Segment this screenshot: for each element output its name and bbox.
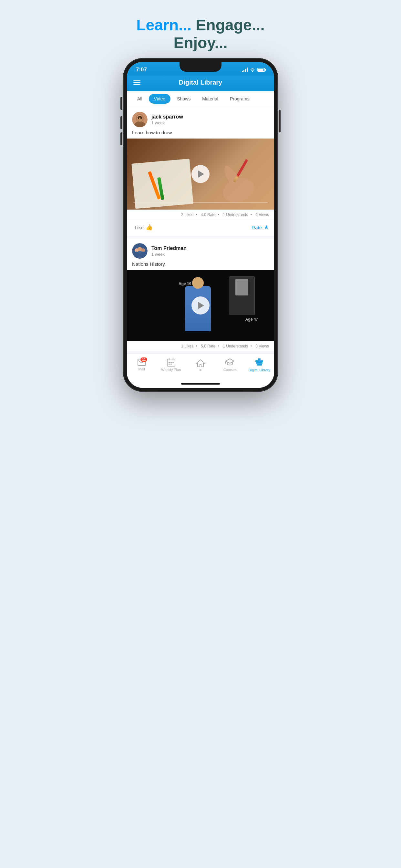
- status-icons: [242, 67, 265, 72]
- home-icon: [196, 359, 205, 368]
- avatar-jack: [132, 112, 148, 127]
- svg-rect-23: [173, 362, 174, 363]
- video-thumbnail-1[interactable]: [127, 138, 274, 210]
- svg-point-14: [133, 252, 140, 258]
- tab-video[interactable]: Video: [149, 94, 171, 104]
- phone-notch: [180, 62, 221, 72]
- calendar-icon: [167, 358, 175, 367]
- svg-rect-29: [258, 359, 260, 360]
- video-bg-nations: Age 19 Age 47: [127, 270, 274, 341]
- post-header-1: jack sparrow 1 week: [127, 107, 274, 130]
- stats-row-1: 2 Likes • 4.0 Rate • 1 Understands • 0 V…: [127, 210, 274, 220]
- tab-programs[interactable]: Programs: [225, 94, 255, 104]
- avatar-tom: [132, 243, 148, 259]
- stats-row-2: 1 Likes • 5.0 Rate • 1 Understands • 0 V…: [127, 341, 274, 351]
- page-wrapper: Learn... Engage... Enjoy... 7:07: [100, 6, 301, 392]
- battery-icon: [257, 68, 265, 72]
- thumb-icon-1: 👍: [146, 224, 153, 231]
- signal-icon: [242, 67, 248, 72]
- svg-point-7: [220, 174, 258, 203]
- like-button-1[interactable]: Like 👍: [132, 222, 155, 232]
- understands-count-2: 1 Understands: [223, 344, 248, 348]
- post-header-2: Tom Friedman 1 week: [127, 239, 274, 261]
- post-meta-2: Tom Friedman 1 week: [151, 245, 269, 257]
- tab-all[interactable]: All: [132, 94, 148, 104]
- phone-shell: 7:07: [123, 58, 278, 392]
- video-bg-draw: [127, 138, 274, 210]
- svg-rect-25: [171, 364, 172, 365]
- rate-button-1[interactable]: Rate ★: [251, 224, 269, 231]
- star-icon-1: ★: [264, 224, 269, 231]
- actions-row-1: Like 👍 Rate ★: [127, 220, 274, 236]
- wifi-icon: [250, 67, 255, 72]
- svg-point-5: [138, 118, 139, 119]
- video-thumbnail-2[interactable]: Age 19 Age 47: [127, 270, 274, 341]
- hamburger-menu[interactable]: [133, 81, 141, 85]
- bottom-nav: 11 Mail: [127, 353, 274, 381]
- rate-count-2: 5.0 Rate: [201, 344, 215, 348]
- background-figure: [229, 276, 255, 315]
- courses-icon: [225, 358, 235, 367]
- nav-item-courses[interactable]: Courses: [215, 357, 245, 373]
- svg-rect-28: [257, 364, 262, 366]
- hero-section: Learn... Engage... Enjoy...: [100, 6, 301, 58]
- play-button-1[interactable]: [191, 165, 210, 183]
- nav-label-mail: Mail: [138, 367, 145, 371]
- nav-title: Digital Library: [179, 79, 222, 86]
- svg-rect-22: [171, 362, 172, 363]
- draw-paper: [131, 159, 193, 209]
- hero-learn: Learn...: [136, 17, 191, 34]
- svg-point-6: [141, 118, 142, 119]
- rate-count-1: 4.0 Rate: [201, 213, 215, 217]
- post-author-1: jack sparrow: [151, 114, 269, 120]
- likes-count-1: 2 Likes: [181, 213, 193, 217]
- nav-item-weekly-plan[interactable]: Weekly Plan: [156, 357, 186, 373]
- likes-count-2: 1 Likes: [181, 344, 193, 348]
- age-19-label: Age 19: [179, 282, 191, 286]
- age-47-label: Age 47: [245, 317, 258, 321]
- svg-rect-26: [255, 361, 263, 362]
- nav-label-weekly-plan: Weekly Plan: [161, 368, 181, 372]
- post-time-2: 1 week: [151, 252, 269, 257]
- post-time-1: 1 week: [151, 120, 269, 125]
- nav-item-digital-library[interactable]: Digital Library: [245, 356, 274, 373]
- home-dot: [199, 369, 202, 371]
- nav-label-courses: Courses: [223, 368, 237, 372]
- nav-item-home[interactable]: [186, 358, 215, 372]
- like-label-1: Like: [135, 225, 144, 230]
- post-author-2: Tom Friedman: [151, 245, 269, 251]
- svg-rect-21: [168, 362, 170, 363]
- post-description-2: Nations History.: [127, 261, 274, 270]
- home-indicator: [127, 381, 274, 388]
- content-area: jack sparrow 1 week Learn how to draw: [127, 107, 274, 353]
- home-bar: [181, 383, 220, 384]
- svg-rect-27: [256, 362, 263, 364]
- mail-badge: 11: [141, 358, 147, 362]
- library-icon: [255, 358, 264, 367]
- tab-shows[interactable]: Shows: [172, 94, 196, 104]
- views-count-1: 0 Views: [255, 213, 269, 217]
- post-card-1: jack sparrow 1 week Learn how to draw: [127, 107, 274, 236]
- svg-point-15: [140, 252, 146, 258]
- phone-screen: 7:07: [127, 62, 274, 388]
- views-count-2: 0 Views: [255, 344, 269, 348]
- svg-rect-24: [168, 364, 170, 365]
- filter-tabs: All Video Shows Material Programs: [127, 91, 274, 107]
- play-button-2[interactable]: [191, 297, 210, 314]
- understands-count-1: 1 Understands: [223, 213, 248, 217]
- nav-item-mail[interactable]: 11 Mail: [127, 358, 156, 372]
- nav-label-digital-library: Digital Library: [249, 368, 270, 372]
- tab-material[interactable]: Material: [197, 94, 223, 104]
- post-meta-1: jack sparrow 1 week: [151, 114, 269, 125]
- post-description-1: Learn how to draw: [127, 130, 274, 138]
- post-card-2: Tom Friedman 1 week Nations History. A: [127, 239, 274, 351]
- status-time: 7:07: [136, 66, 147, 73]
- nav-bar: Digital Library: [127, 75, 274, 91]
- rate-label-1: Rate: [251, 225, 262, 230]
